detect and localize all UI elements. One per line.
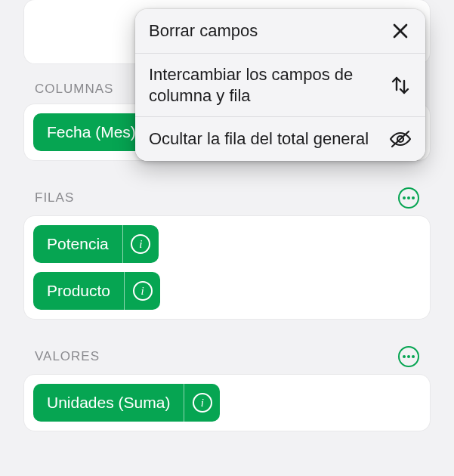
columnas-options-popover: Borrar campos Intercambiar los campos de…: [135, 9, 425, 161]
svg-point-4: [407, 355, 410, 358]
svg-point-5: [412, 355, 415, 358]
swap-icon: [389, 74, 412, 97]
filas-more-button[interactable]: [398, 187, 419, 209]
popover-item-hide-grand-total[interactable]: Ocultar la fila del total general: [135, 117, 425, 161]
svg-point-0: [403, 196, 406, 199]
close-icon: [389, 20, 412, 42]
section-title-columnas: COLUMNAS: [35, 82, 113, 97]
field-chip-unidades-suma[interactable]: Unidades (Suma) i: [33, 384, 220, 422]
popover-item-clear-fields[interactable]: Borrar campos: [135, 9, 425, 53]
more-icon: [403, 355, 415, 358]
eye-off-icon: [389, 128, 412, 150]
section-title-valores: VALORES: [35, 349, 100, 364]
section-title-filas: FILAS: [35, 190, 74, 206]
field-chip-producto[interactable]: Producto i: [33, 272, 160, 310]
popover-item-label: Intercambiar los campos de columna y fil…: [149, 64, 375, 106]
popover-item-swap-fields[interactable]: Intercambiar los campos de columna y fil…: [135, 54, 425, 116]
svg-point-2: [412, 196, 415, 199]
popover-item-label: Ocultar la fila del total general: [149, 128, 375, 150]
valores-more-button[interactable]: [398, 346, 419, 367]
valores-card: Unidades (Suma) i: [24, 375, 430, 431]
chip-info-button[interactable]: i: [122, 225, 159, 263]
section-filas: FILAS Potencia i Producto: [24, 187, 430, 319]
chip-label: Producto: [33, 272, 124, 310]
svg-point-1: [407, 196, 410, 199]
info-icon: i: [133, 281, 153, 301]
popover-item-label: Borrar campos: [149, 20, 375, 42]
info-icon: i: [131, 234, 150, 254]
chip-label: Potencia: [33, 225, 122, 263]
section-valores: VALORES Unidades (Suma) i: [24, 346, 430, 431]
svg-point-3: [403, 355, 406, 358]
field-chip-potencia[interactable]: Potencia i: [33, 225, 159, 263]
chip-info-button[interactable]: i: [124, 272, 160, 310]
filas-card: Potencia i Producto i: [24, 216, 430, 319]
more-icon: [403, 196, 415, 199]
chip-label: Fecha (Mes): [33, 113, 150, 151]
chip-info-button[interactable]: i: [184, 384, 220, 422]
chip-label: Unidades (Suma): [33, 384, 184, 422]
info-icon: i: [193, 393, 212, 413]
